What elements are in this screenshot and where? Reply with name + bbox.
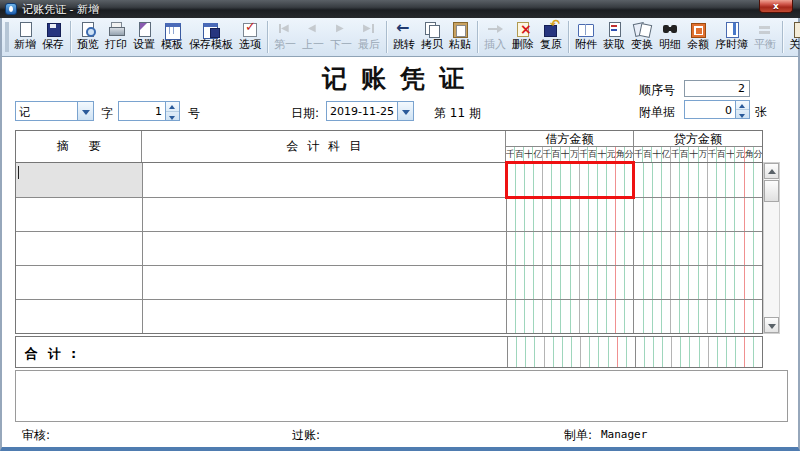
journal-button[interactable]: 序时簿	[712, 19, 751, 55]
digit-column	[551, 266, 560, 299]
date-select[interactable]: 2019-11-25	[326, 101, 414, 121]
table-row	[16, 163, 762, 197]
attachment-label: 附单据	[639, 104, 675, 121]
paste-button[interactable]: 粘贴	[446, 19, 474, 55]
preview-button[interactable]: 预览	[74, 19, 102, 55]
fetch-button[interactable]: 获取	[600, 19, 628, 55]
digit-column	[606, 232, 615, 265]
account-cell[interactable]	[143, 163, 507, 197]
memo-cell[interactable]	[16, 232, 143, 265]
account-cell[interactable]	[143, 266, 507, 299]
account-cell[interactable]	[143, 198, 507, 231]
voucher-number-stepper[interactable]: 1	[118, 101, 180, 121]
spin-up-icon[interactable]	[736, 101, 749, 110]
nav-next-button[interactable]: 下一	[327, 19, 355, 55]
options-button[interactable]: 选项	[236, 19, 264, 55]
digit-column	[524, 266, 533, 299]
print-button[interactable]: 打印	[102, 19, 130, 55]
toolbar-button-label: 保存模板	[189, 38, 233, 51]
jump-icon	[395, 21, 413, 38]
settings-button[interactable]: 设置	[130, 19, 158, 55]
insert-icon	[486, 21, 504, 38]
insert-button[interactable]: 插入	[481, 19, 509, 55]
digit-column	[624, 266, 633, 299]
credit-cell[interactable]	[634, 232, 762, 265]
account-cell[interactable]	[143, 300, 507, 333]
digit-column	[579, 232, 588, 265]
memo-cell[interactable]	[16, 266, 143, 299]
sequence-input[interactable]	[684, 80, 750, 97]
toolbar-button-label: 明细	[659, 38, 681, 51]
new-doc-button[interactable]: 新增	[11, 19, 39, 55]
digit-column	[735, 337, 744, 367]
title-bar[interactable]: 记账凭证 - 新增 x	[0, 0, 800, 18]
toolbar-button-label: 上一	[302, 38, 324, 51]
scrollbar-thumb[interactable]	[764, 180, 779, 202]
debit-cell[interactable]	[507, 300, 635, 333]
credit-cell[interactable]	[634, 163, 762, 197]
account-cell[interactable]	[143, 232, 507, 265]
scroll-down-icon[interactable]	[764, 317, 779, 333]
nav-first-button[interactable]: 第一	[271, 19, 299, 55]
digit-column: 角	[615, 147, 624, 162]
spin-up-icon[interactable]	[166, 102, 179, 112]
digit-column	[542, 198, 551, 231]
digit-column	[679, 198, 688, 231]
toolbar-grip[interactable]	[5, 22, 9, 52]
close-door-button[interactable]: 关闭	[786, 19, 800, 55]
digit-column	[524, 232, 533, 265]
chevron-down-icon[interactable]	[397, 102, 413, 120]
nav-last-button[interactable]: 最后	[355, 19, 383, 55]
detail-button[interactable]: 明细	[656, 19, 684, 55]
memo-cell[interactable]	[16, 198, 143, 231]
digit-column: 万	[698, 147, 707, 162]
remark-area	[15, 370, 788, 422]
toolbar-button-label: 第一	[274, 38, 296, 51]
jump-button[interactable]: 跳转	[390, 19, 418, 55]
memo-cell[interactable]	[16, 163, 143, 197]
restore-icon	[542, 21, 560, 38]
save-template-button[interactable]: 保存模板	[186, 19, 236, 55]
scroll-up-icon[interactable]	[764, 163, 779, 179]
equalize-button[interactable]: 平衡	[751, 19, 779, 55]
digit-column	[515, 266, 524, 299]
restore-button[interactable]: 复原	[537, 19, 565, 55]
digit-column	[744, 198, 753, 231]
page-title: 记账凭证	[2, 62, 798, 95]
digit-column	[725, 163, 734, 197]
credit-cell[interactable]	[634, 300, 762, 333]
digit-column	[716, 266, 725, 299]
digit-column	[661, 198, 670, 231]
chevron-down-icon[interactable]	[77, 102, 93, 120]
spin-down-icon[interactable]	[736, 110, 749, 118]
voucher-window: 记账凭证 - 新增 x 新增保存预览打印设置模板保存模板选项第一上一下一最后跳转…	[0, 0, 800, 451]
digit-column: 千	[707, 147, 716, 162]
attachment-stepper[interactable]: 0	[684, 100, 750, 119]
debit-cell[interactable]	[507, 163, 635, 197]
save-button[interactable]: 保存	[39, 19, 67, 55]
vertical-scrollbar[interactable]	[763, 162, 780, 334]
digit-column	[615, 300, 624, 333]
digit-column	[617, 337, 626, 367]
voucher-word-select[interactable]: 记	[15, 101, 94, 121]
close-button[interactable]: x	[759, 0, 793, 13]
copy-button[interactable]: 拷贝	[418, 19, 446, 55]
debit-cell[interactable]	[507, 198, 635, 231]
digit-column	[716, 300, 725, 333]
template-button[interactable]: 模板	[158, 19, 186, 55]
digit-column	[624, 198, 633, 231]
digit-column	[606, 300, 615, 333]
memo-cell[interactable]	[16, 300, 143, 333]
debit-cell[interactable]	[507, 232, 635, 265]
balance-button[interactable]: 余额	[684, 19, 712, 55]
debit-cell[interactable]	[507, 266, 635, 299]
digit-column	[508, 337, 516, 367]
delete-button[interactable]: 删除	[509, 19, 537, 55]
credit-cell[interactable]	[634, 266, 762, 299]
attachment-button[interactable]: 附件	[572, 19, 600, 55]
spin-down-icon[interactable]	[166, 112, 179, 121]
nav-prev-button[interactable]: 上一	[299, 19, 327, 55]
digit-column	[726, 337, 735, 367]
credit-cell[interactable]	[634, 198, 762, 231]
transform-button[interactable]: 变换	[628, 19, 656, 55]
